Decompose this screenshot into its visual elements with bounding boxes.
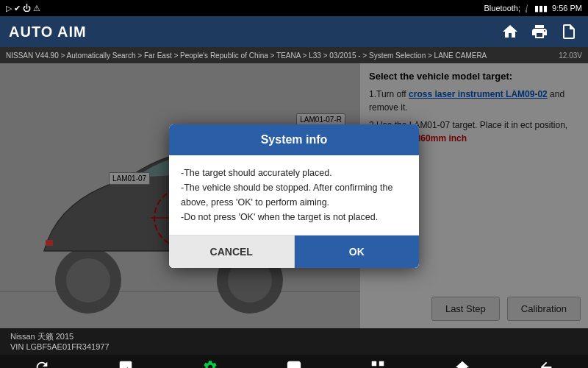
refresh-button[interactable] <box>27 359 57 369</box>
back-button[interactable] <box>531 359 561 369</box>
print-button[interactable] <box>529 21 550 42</box>
bottom-bar: Nissan 天籁 2015 VIN LGBF5AE01FR341977 <box>0 328 588 355</box>
breadcrumb-text: NISSAN V44.90 > Automatically Search > F… <box>6 52 487 60</box>
nav-bar <box>0 355 588 368</box>
toolbar-icons <box>500 21 579 42</box>
system-info-dialog: System info -The target should accuratel… <box>169 124 419 268</box>
status-bar: ▷ ✔ ⏻ ⚠ Bluetooth; ⎷ ▮▮▮ 9:56 PM <box>0 0 588 16</box>
dialog-body: -The target should accurately placed. -T… <box>169 155 419 235</box>
cancel-button[interactable]: CANCEL <box>169 236 295 268</box>
status-left-icons: ▷ ✔ ⏻ ⚠ <box>6 4 40 13</box>
wifi-icon: ⎷ <box>525 4 530 13</box>
home-button[interactable] <box>500 21 520 42</box>
image-button[interactable] <box>111 359 140 369</box>
dialog-footer: CANCEL OK <box>169 235 419 268</box>
main-content: LAM01-07-R LAM01-07 Select the vehicle m… <box>0 63 588 328</box>
grid-button[interactable] <box>363 359 392 369</box>
ok-button[interactable]: OK <box>295 236 420 268</box>
square-button[interactable] <box>279 359 309 369</box>
car-model: Nissan 天籁 2015 <box>10 331 110 342</box>
bluetooth-icon: Bluetooth; <box>484 4 520 13</box>
settings-button[interactable] <box>196 359 225 369</box>
home-nav-button[interactable] <box>448 359 477 369</box>
voltage-display: 12.03V <box>559 52 582 60</box>
vin-number: VIN LGBF5AE01FR341977 <box>10 342 110 352</box>
dialog-title: System info <box>181 133 407 146</box>
vin-info: Nissan 天籁 2015 VIN LGBF5AE01FR341977 <box>10 331 110 353</box>
time-display: 9:56 PM <box>552 4 582 13</box>
toolbar: AUTO AIM <box>0 16 588 47</box>
export-button[interactable] <box>559 21 579 42</box>
battery-icon: ▮▮▮ <box>534 4 548 13</box>
breadcrumb: NISSAN V44.90 > Automatically Search > F… <box>0 47 588 63</box>
modal-overlay: System info -The target should accuratel… <box>0 63 588 328</box>
status-right: Bluetooth; ⎷ ▮▮▮ 9:56 PM <box>484 4 582 13</box>
app-title: AUTO AIM <box>9 24 87 40</box>
signal-icons: ▷ ✔ ⏻ ⚠ <box>6 4 40 13</box>
dialog-header: System info <box>169 124 419 155</box>
dialog-message: -The target should accurately placed. -T… <box>181 166 407 224</box>
